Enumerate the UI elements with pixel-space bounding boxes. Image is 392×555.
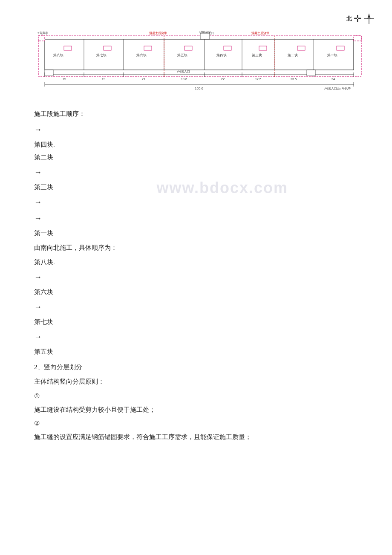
svg-text:第一块: 第一块 — [327, 53, 337, 57]
item-2-text: 施工缝的设置应满足钢筋锚固要求，符合施工工序需求，且能保证施工质量； — [34, 431, 366, 443]
numbered-item-1: ① — [34, 390, 366, 402]
svg-text:混凝土后浇带: 混凝土后浇带 — [149, 32, 167, 35]
section2-sub: 主体结构竖向分层原则： — [34, 375, 366, 388]
svg-text:第三块: 第三块 — [252, 53, 262, 57]
svg-rect-30 — [224, 46, 231, 50]
arrow-1: → — [34, 122, 366, 137]
svg-rect-32 — [297, 46, 305, 50]
svg-rect-62 — [200, 33, 210, 39]
block-1: 第一块 — [34, 227, 366, 240]
svg-text:第六块: 第六块 — [136, 53, 147, 57]
south-north-label: 由南向北施工，具体顺序为： — [34, 241, 366, 254]
main-content: 施工段施工顺序： → 第四块. 第二块 → 第三块 → → 第一块 由南向北施工… — [34, 107, 366, 443]
svg-rect-58 — [45, 70, 53, 76]
floor-plan: 2号风亭 混凝土后浇带 3号出入口 混凝土后浇带 第八块 第七块 第六块 第五块… — [34, 30, 366, 100]
svg-text:混凝土后浇带: 混凝土后浇带 — [251, 32, 269, 35]
block-4: 第四块. — [34, 138, 366, 151]
section-intro: 施工段施工顺序： — [34, 107, 366, 120]
svg-text:第五块: 第五块 — [177, 53, 187, 57]
svg-rect-8 — [45, 39, 354, 70]
svg-rect-9 — [38, 36, 45, 41]
svg-text:2号出入口及1号风亭: 2号出入口及1号风亭 — [324, 87, 351, 90]
svg-text:24: 24 — [331, 77, 335, 81]
block-5: 第五块 — [34, 345, 366, 358]
arrow-2: → — [34, 165, 366, 180]
compass-arrow-icon: ✛ — [354, 13, 361, 24]
compass-svg — [363, 13, 375, 25]
svg-rect-10 — [354, 36, 361, 41]
svg-rect-29 — [184, 46, 192, 50]
block-6: 第六块 — [34, 286, 366, 298]
svg-text:第八块: 第八块 — [53, 53, 63, 57]
svg-rect-27 — [104, 46, 111, 50]
compass: 北 ✛ — [346, 13, 375, 25]
svg-rect-33 — [337, 46, 344, 50]
floor-plan-svg: 2号风亭 混凝土后浇带 3号出入口 混凝土后浇带 第八块 第七块 第六块 第五块… — [34, 30, 366, 98]
arrow-4: → — [34, 211, 366, 226]
arrow-5: → — [34, 269, 366, 285]
arrow-3: → — [34, 194, 366, 210]
item-1-text: 施工缝设在结构受剪力较小且便于施工处； — [34, 403, 366, 416]
svg-text:19: 19 — [63, 77, 66, 81]
svg-text:第四块: 第四块 — [216, 53, 227, 57]
svg-text:2号风亭: 2号风亭 — [37, 32, 48, 35]
num-label-1: ① — [34, 393, 40, 399]
block-7: 第七块 — [34, 315, 366, 328]
svg-text:165.6: 165.6 — [195, 87, 204, 90]
arrow-7: → — [34, 329, 366, 344]
svg-text:1号出入口: 1号出入口 — [176, 70, 190, 73]
svg-rect-26 — [64, 46, 72, 50]
svg-rect-31 — [259, 46, 267, 50]
svg-text:3号出入口: 3号出入口 — [199, 31, 211, 33]
block-3: 第三块 — [34, 181, 366, 194]
svg-text:22: 22 — [221, 77, 225, 81]
section2-title: 2、竖向分层划分 — [34, 361, 366, 373]
svg-text:19: 19 — [102, 77, 105, 81]
compass-north-label: 北 — [346, 15, 352, 23]
svg-rect-28 — [144, 46, 152, 50]
svg-text:第七块: 第七块 — [96, 53, 107, 57]
svg-text:17.5: 17.5 — [255, 77, 262, 81]
svg-text:21: 21 — [142, 77, 145, 81]
svg-text:23.5: 23.5 — [291, 77, 297, 81]
block-8: 第八块. — [34, 256, 366, 269]
svg-text:19.6: 19.6 — [181, 77, 187, 81]
svg-rect-59 — [307, 70, 315, 76]
svg-text:第二块: 第二块 — [288, 53, 298, 57]
numbered-item-2: ② — [34, 417, 366, 430]
arrow-6: → — [34, 299, 366, 315]
num-label-2: ② — [34, 420, 40, 427]
block-2: 第二块 — [34, 151, 366, 164]
